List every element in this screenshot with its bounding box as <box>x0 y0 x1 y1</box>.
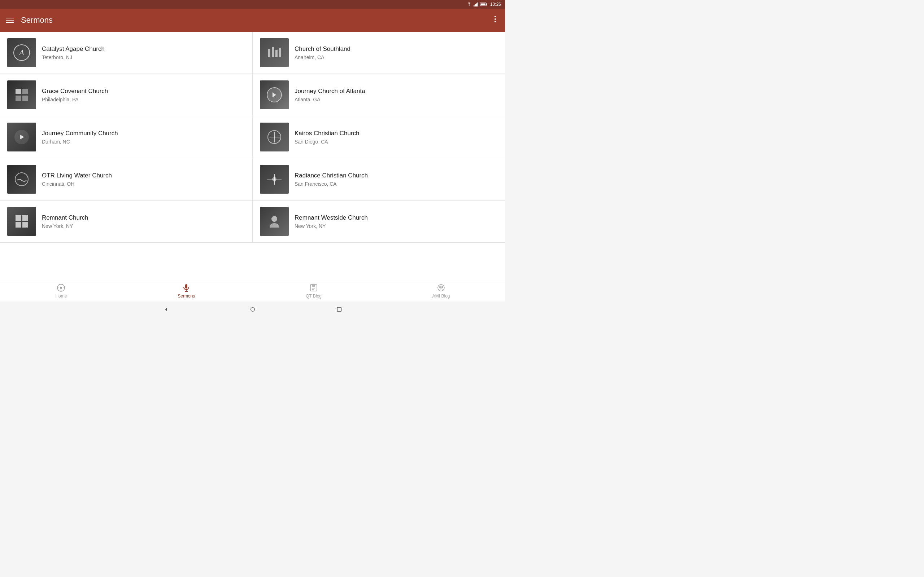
svg-rect-19 <box>23 95 28 101</box>
svg-rect-5 <box>481 3 485 5</box>
battery-icon <box>480 2 487 6</box>
church-info-2: Church of SouthlandAnaheim, CA <box>294 45 498 60</box>
system-nav-bar <box>0 301 505 318</box>
svg-rect-32 <box>23 222 28 227</box>
church-item-6[interactable]: Kairos Christian ChurchSan Diego, CA <box>253 116 505 158</box>
church-item-9[interactable]: Remnant ChurchNew York, NY <box>0 200 253 243</box>
church-location-4: Atlanta, GA <box>294 97 498 102</box>
church-location-3: Philadelphia, PA <box>42 97 245 102</box>
church-info-10: Remnant Westside ChurchNew York, NY <box>294 214 498 229</box>
church-thumbnail-6 <box>260 122 289 152</box>
svg-rect-15 <box>279 48 281 57</box>
church-info-5: Journey Community ChurchDurham, NC <box>42 129 245 145</box>
amiblog-icon <box>437 284 446 292</box>
church-name-5: Journey Community Church <box>42 129 245 137</box>
church-thumbnail-1: A <box>7 38 36 67</box>
nav-home-label: Home <box>55 293 67 298</box>
svg-rect-16 <box>16 89 21 94</box>
church-item-3[interactable]: Grace Covenant ChurchPhiladelphia, PA <box>0 74 253 116</box>
app-bar-title: Sermons <box>21 16 491 25</box>
nav-amiblog[interactable]: AMI Blog <box>432 284 450 298</box>
back-button[interactable] <box>162 306 170 313</box>
church-info-7: OTR Living Water ChurchCincinnati, OH <box>42 172 245 187</box>
svg-rect-0 <box>473 5 475 6</box>
church-name-2: Church of Southland <box>294 45 498 53</box>
svg-rect-3 <box>477 3 478 6</box>
church-item-2[interactable]: Church of SouthlandAnaheim, CA <box>253 32 505 74</box>
nav-qtblog[interactable]: QT Blog <box>306 284 321 298</box>
church-item-7[interactable]: OTR Living Water ChurchCincinnati, OH <box>0 158 253 200</box>
recents-button[interactable] <box>336 306 343 313</box>
church-thumbnail-3 <box>7 81 36 109</box>
svg-rect-18 <box>16 95 21 101</box>
church-item-4[interactable]: Journey Church of AtlantaAtlanta, GA <box>253 74 505 116</box>
church-location-1: Teterboro, NJ <box>42 55 245 60</box>
nav-qtblog-label: QT Blog <box>306 293 321 298</box>
status-bar: 10:26 <box>0 0 505 9</box>
church-info-1: Catalyst Agape ChurchTeterboro, NJ <box>42 45 245 60</box>
svg-point-50 <box>442 286 443 287</box>
svg-rect-2 <box>476 3 477 6</box>
svg-rect-6 <box>486 3 487 5</box>
svg-point-35 <box>60 287 62 289</box>
church-thumbnail-9 <box>7 207 36 236</box>
wifi-icon <box>466 2 472 6</box>
more-options-button[interactable] <box>491 15 499 26</box>
church-name-10: Remnant Westside Church <box>294 214 498 222</box>
app-bar: Sermons <box>0 9 505 32</box>
church-location-5: Durham, NC <box>42 139 245 145</box>
church-info-4: Journey Church of AtlantaAtlanta, GA <box>294 87 498 102</box>
church-info-6: Kairos Christian ChurchSan Diego, CA <box>294 129 498 145</box>
qtblog-icon <box>309 284 318 292</box>
church-location-10: New York, NY <box>294 223 498 229</box>
hamburger-menu-button[interactable] <box>6 18 14 23</box>
svg-point-33 <box>271 216 277 222</box>
church-item-8[interactable]: Radiance Christian ChurchSan Francisco, … <box>253 158 505 200</box>
mic-icon <box>182 284 191 292</box>
svg-rect-52 <box>337 307 341 311</box>
signal-icon <box>473 2 478 6</box>
church-name-7: OTR Living Water Church <box>42 172 245 180</box>
nav-sermons[interactable]: Sermons <box>178 284 195 298</box>
status-icons: 10:26 <box>466 2 501 7</box>
svg-rect-14 <box>275 50 278 57</box>
church-info-8: Radiance Christian ChurchSan Francisco, … <box>294 172 498 187</box>
svg-point-8 <box>494 18 496 20</box>
church-info-3: Grace Covenant ChurchPhiladelphia, PA <box>42 87 245 102</box>
home-button[interactable] <box>249 306 256 313</box>
church-info-9: Remnant ChurchNew York, NY <box>42 214 245 229</box>
church-item-5[interactable]: Journey Community ChurchDurham, NC <box>0 116 253 158</box>
church-item-1[interactable]: ACatalyst Agape ChurchTeterboro, NJ <box>0 32 253 74</box>
church-thumbnail-8 <box>260 165 289 193</box>
church-thumbnail-2 <box>260 38 289 67</box>
bottom-navigation: Home Sermons QT Blog AMI Blog <box>0 280 505 301</box>
svg-rect-40 <box>185 284 187 288</box>
church-name-8: Radiance Christian Church <box>294 172 498 180</box>
church-list-container: ACatalyst Agape ChurchTeterboro, NJChurc… <box>0 32 505 280</box>
church-item-10[interactable]: Remnant Westside ChurchNew York, NY <box>253 200 505 243</box>
svg-point-48 <box>438 285 444 291</box>
svg-rect-17 <box>23 89 28 94</box>
svg-point-49 <box>439 286 441 287</box>
church-thumbnail-7 <box>7 165 36 193</box>
church-name-6: Kairos Christian Church <box>294 129 498 137</box>
church-location-9: New York, NY <box>42 223 245 229</box>
svg-point-9 <box>494 21 496 23</box>
church-location-7: Cincinnati, OH <box>42 181 245 187</box>
svg-rect-13 <box>272 47 274 57</box>
svg-text:A: A <box>18 48 24 57</box>
church-location-2: Anaheim, CA <box>294 55 498 60</box>
church-thumbnail-4 <box>260 81 289 109</box>
svg-rect-1 <box>475 4 476 6</box>
svg-point-7 <box>494 16 496 17</box>
nav-sermons-label: Sermons <box>178 293 195 298</box>
svg-point-28 <box>272 177 276 181</box>
church-thumbnail-10 <box>260 207 289 236</box>
church-grid: ACatalyst Agape ChurchTeterboro, NJChurc… <box>0 32 505 243</box>
svg-rect-31 <box>16 222 21 227</box>
svg-point-51 <box>251 308 255 311</box>
church-name-3: Grace Covenant Church <box>42 87 245 95</box>
nav-home[interactable]: Home <box>55 284 67 298</box>
church-location-6: San Diego, CA <box>294 139 498 145</box>
home-icon <box>57 284 65 292</box>
